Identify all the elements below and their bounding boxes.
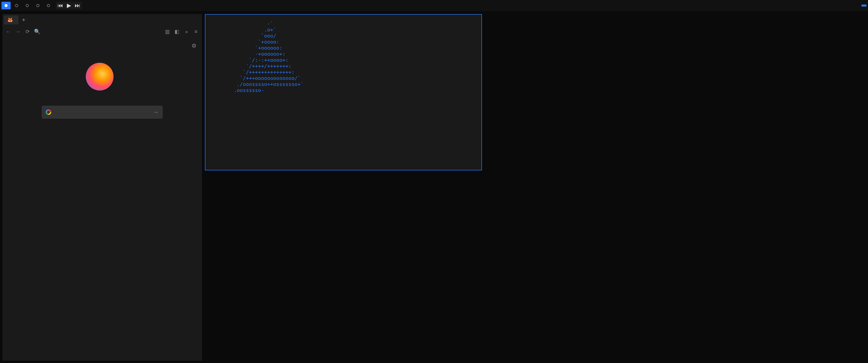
workspace-5[interactable] bbox=[44, 2, 53, 9]
media-play-button[interactable]: ▶ bbox=[65, 2, 73, 9]
firefox-tab[interactable]: 🦊 bbox=[4, 15, 19, 25]
terminal-neofetch[interactable]: -` .o+` `ooo/ `+oooo: `+oooooo: -+oooooo… bbox=[205, 14, 482, 170]
sidebar-button[interactable]: ◧ bbox=[173, 29, 180, 35]
firefox-window: 🦊 + ← → ⟳ 🔍 ▥ ◧ » ≡ ⚙ → bbox=[2, 14, 202, 361]
workspace-1[interactable] bbox=[1, 2, 10, 9]
back-button[interactable]: ← bbox=[5, 29, 12, 35]
url-bar[interactable] bbox=[43, 29, 161, 34]
menu-button[interactable]: ≡ bbox=[192, 29, 199, 35]
media-controls: ⏮ ▶ ⏭ bbox=[56, 2, 82, 9]
overflow-button[interactable]: » bbox=[183, 29, 190, 35]
firefox-tab-bar: 🦊 + bbox=[3, 14, 202, 26]
media-prev-button[interactable]: ⏮ bbox=[56, 2, 65, 9]
taskbar-clock bbox=[862, 4, 867, 6]
firefox-logo-icon bbox=[86, 63, 114, 91]
workspace-2[interactable] bbox=[12, 2, 21, 9]
firefox-toolbar: ← → ⟳ 🔍 ▥ ◧ » ≡ bbox=[3, 26, 202, 38]
workspace-4[interactable] bbox=[33, 2, 42, 9]
search-icon: 🔍 bbox=[34, 29, 41, 35]
homepage-search-input[interactable] bbox=[55, 109, 150, 115]
new-tab-button[interactable]: + bbox=[20, 15, 28, 24]
media-next-button[interactable]: ⏭ bbox=[73, 2, 82, 9]
search-arrow-icon[interactable]: → bbox=[153, 109, 159, 116]
firefox-logo bbox=[86, 63, 119, 91]
firefox-content: ⚙ → bbox=[3, 38, 202, 360]
firefox-favicon-icon: 🦊 bbox=[7, 17, 13, 23]
neofetch-ascii-logo: -` .o+` `ooo/ `+oooo: `+oooooo: -+oooooo… bbox=[213, 21, 304, 93]
reload-button[interactable]: ⟳ bbox=[24, 29, 31, 35]
customize-gear-icon[interactable]: ⚙ bbox=[191, 43, 196, 49]
forward-button[interactable]: → bbox=[14, 29, 22, 35]
workspace-3[interactable] bbox=[23, 2, 32, 9]
homepage-search[interactable]: → bbox=[42, 106, 163, 119]
library-button[interactable]: ▥ bbox=[164, 29, 171, 35]
google-icon bbox=[46, 109, 51, 115]
taskbar: ⏮ ▶ ⏭ bbox=[0, 0, 868, 11]
